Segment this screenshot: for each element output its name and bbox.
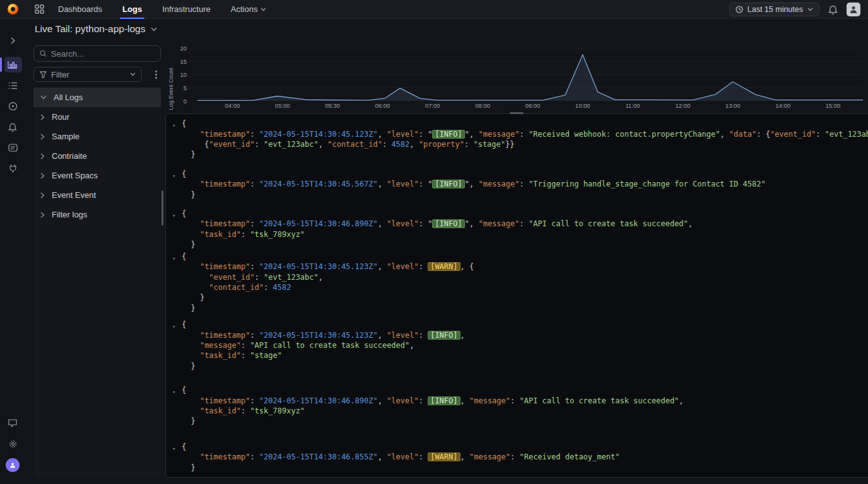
- collapse-triangle-icon[interactable]: ▾: [172, 209, 182, 250]
- collapse-triangle-icon[interactable]: ▾: [172, 442, 182, 473]
- collapse-triangle-icon[interactable]: ▾: [172, 169, 182, 200]
- json-value-string: "evt_123abc": [264, 140, 319, 149]
- json-punctuation: [182, 273, 209, 282]
- json-punctuation: : {: [756, 130, 770, 139]
- left-icon-rail: [0, 19, 25, 484]
- json-value-string: "2024-05-15T14:30:46.855Z": [259, 452, 378, 461]
- bar-chart-icon: [8, 60, 18, 69]
- time-range-picker[interactable]: Last 15 minutes: [729, 3, 819, 16]
- x-tick-label: 04:00: [225, 102, 240, 109]
- collapse-triangle-icon[interactable]: ▾: [172, 118, 182, 160]
- rail-item-alerting[interactable]: [0, 117, 25, 137]
- x-tick-label: 14:00: [775, 102, 790, 109]
- notifications-bell-icon[interactable]: [828, 4, 838, 14]
- json-key: "event_id": [209, 140, 254, 149]
- json-punctuation: ",: [465, 130, 479, 139]
- sidebar-item-label: Contriaite: [52, 151, 87, 161]
- json-punctuation: ,: [378, 180, 387, 188]
- sidebar-item-label: Sample: [52, 132, 79, 141]
- json-key: "timestamp": [200, 130, 250, 139]
- log-entries-panel[interactable]: ▾{ "timestamp": "2024-05-15T14:30:45.123…: [165, 113, 868, 478]
- sidebar-item-rour[interactable]: Rour: [33, 107, 161, 127]
- log-entry[interactable]: ▾{ "timestamp": "2024-05-15T14:30:46.890…: [172, 385, 868, 427]
- json-key: "property": [419, 140, 464, 149]
- rail-expand-button[interactable]: [0, 26, 25, 54]
- menu-item-actions[interactable]: Actions: [231, 0, 267, 19]
- log-level-info-badge: [INFO]: [432, 219, 464, 228]
- json-punctuation: , {: [460, 262, 474, 271]
- rail-item-assistant[interactable]: [0, 454, 25, 475]
- menu-item-dashboards[interactable]: Dashboards: [58, 0, 102, 19]
- sidebar-item-event-spacs[interactable]: Event Spacs: [33, 166, 161, 185]
- rail-item-annotations[interactable]: [0, 137, 25, 158]
- filter-dropdown[interactable]: Filter: [33, 67, 142, 82]
- search-box[interactable]: [33, 45, 161, 62]
- comment-icon: [8, 144, 18, 152]
- json-punctuation: {: [182, 320, 186, 329]
- funnel-icon: [40, 71, 47, 78]
- chevron-down-icon: [151, 27, 157, 32]
- json-punctuation: :: [519, 180, 528, 188]
- user-avatar[interactable]: [847, 3, 860, 16]
- more-options-kebab-icon[interactable]: [151, 71, 161, 79]
- rail-item-support[interactable]: [0, 413, 25, 434]
- sidebar-item-filter-logs[interactable]: Filter logs: [33, 205, 161, 224]
- rail-item-connections[interactable]: [0, 158, 25, 179]
- rail-item-list[interactable]: [0, 75, 25, 96]
- json-punctuation: ,: [720, 130, 729, 139]
- collapse-triangle-icon[interactable]: ▾: [172, 385, 182, 427]
- log-entry[interactable]: ▾{ "timestamp": "2024-05-15T14:30:46.890…: [172, 209, 868, 250]
- chevron-right-icon: [40, 212, 45, 218]
- sidebar-item-contriaite[interactable]: Contriaite: [33, 146, 161, 166]
- rail-item-explore[interactable]: [0, 96, 25, 117]
- vertical-scrollbar-thumb[interactable]: [161, 190, 163, 226]
- sidebar-item-event-event[interactable]: Event Event: [33, 185, 161, 205]
- page-title-dropdown[interactable]: Live Tail: python-app-logs: [35, 23, 157, 35]
- json-punctuation: :: [419, 262, 428, 271]
- rail-item-logs-explore[interactable]: [0, 54, 25, 75]
- json-punctuation: ,: [378, 396, 387, 405]
- json-punctuation: }: [182, 293, 204, 302]
- x-tick-label: 11:00: [626, 102, 640, 109]
- horizontal-scrollbar-thumb[interactable]: [510, 112, 524, 114]
- log-entry[interactable]: ▾{ "timestamp": "2024-05-15T14:30:45.567…: [172, 169, 868, 200]
- menu-item-infrastructure[interactable]: Infrastructure: [162, 0, 211, 19]
- json-punctuation: :: [464, 140, 473, 149]
- json-punctuation: :: [241, 230, 250, 239]
- rail-item-settings[interactable]: [0, 434, 25, 454]
- json-value-string: "evt_123abc": [825, 130, 868, 139]
- y-axis-ticks: 05101520: [175, 45, 190, 111]
- chevron-down-icon: [40, 95, 47, 100]
- log-entry[interactable]: ▾{ "timestamp": "2024-05-15T14:30:46.855…: [172, 442, 868, 473]
- x-tick-label: 05:00: [275, 102, 290, 109]
- collapse-triangle-icon[interactable]: ▾: [172, 251, 182, 313]
- log-level-info-badge: [INFO]: [432, 130, 464, 139]
- json-punctuation: :: [241, 351, 250, 360]
- log-entry[interactable]: ▾{ "timestamp": "2024-05-15T14:30:45.123…: [172, 320, 868, 371]
- person-icon: [9, 462, 16, 468]
- json-punctuation: [182, 452, 200, 461]
- menu-item-logs[interactable]: Logs: [122, 0, 142, 19]
- json-key: "level": [387, 130, 419, 139]
- main-menu: Dashboards Logs Infrastructure Actions: [58, 0, 266, 19]
- menu-label: Actions: [231, 4, 258, 14]
- compass-icon: [8, 101, 18, 111]
- json-value-string: "2024-05-15T14:30:45.567Z": [259, 180, 378, 188]
- grafana-logo-icon[interactable]: [8, 4, 18, 14]
- json-punctuation: }: [182, 190, 196, 199]
- json-key: "message": [478, 180, 519, 188]
- log-entry[interactable]: ▾{ "timestamp": "2024-05-15T14:30:45.123…: [172, 251, 868, 313]
- chart-plot-area[interactable]: 04:0005:0005:3006:0007:0008:0009:0010:00…: [190, 45, 868, 101]
- sidebar-item-all-logs[interactable]: All Logs: [33, 88, 161, 107]
- json-punctuation: [182, 396, 200, 405]
- chevron-down-icon: [130, 72, 136, 76]
- plug-icon: [9, 164, 17, 173]
- apps-grid-icon[interactable]: [35, 4, 44, 14]
- json-value-string: "stage": [473, 140, 505, 149]
- log-entry[interactable]: ▾{ "timestamp": "2024-05-15T14:30:45.123…: [172, 118, 868, 160]
- log-level-info-badge: [INFO]: [428, 396, 460, 405]
- sidebar-item-sample[interactable]: Sample: [33, 127, 161, 146]
- json-value-string: "Triggering handle_stage_change for Cont…: [529, 180, 766, 188]
- search-input[interactable]: [51, 49, 155, 59]
- collapse-triangle-icon[interactable]: ▾: [172, 320, 182, 371]
